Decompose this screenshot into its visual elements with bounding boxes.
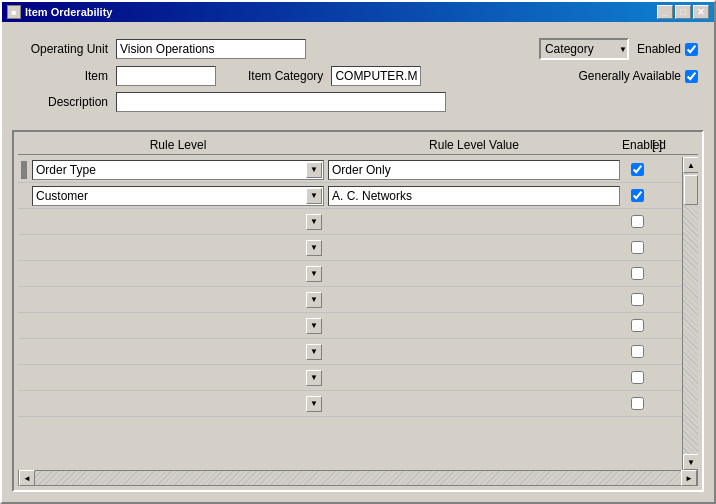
row-value-wrapper-5: [326, 263, 622, 285]
rule-value-header: Rule Level Value: [326, 138, 622, 152]
scroll-down-button[interactable]: ▼: [683, 454, 698, 470]
row-level-dropdown-btn-5[interactable]: ▼: [306, 266, 322, 282]
horizontal-scrollbar: ◄ ►: [18, 470, 698, 486]
table-row: ▼: [18, 287, 682, 313]
row-level-dropdown-btn-1[interactable]: ▼: [306, 162, 322, 178]
row-value-wrapper-9: [326, 367, 622, 389]
row-level-dropdown-btn-2[interactable]: ▼: [306, 188, 322, 204]
description-input[interactable]: [116, 92, 446, 112]
row-value-input-4[interactable]: [328, 238, 620, 258]
row-level-wrapper-8: ▼: [30, 341, 326, 363]
scroll-left-button[interactable]: ◄: [19, 470, 35, 486]
blank-col-header: [ ]: [652, 138, 682, 152]
row-level-wrapper-1: ▼: [30, 159, 326, 181]
item-input[interactable]: [116, 66, 216, 86]
row-level-input-7[interactable]: [32, 316, 324, 336]
generally-available-checkbox[interactable]: [685, 70, 698, 83]
row-level-dropdown-btn-8[interactable]: ▼: [306, 344, 322, 360]
form-row-2: Item Item Category Generally Available: [18, 66, 698, 86]
generally-available-group: Generally Available: [578, 69, 698, 83]
table-row: ▼: [18, 183, 682, 209]
table-row: ▼: [18, 157, 682, 183]
row-enabled-checkbox-6[interactable]: [631, 293, 644, 306]
row-indicator-4: [18, 235, 30, 260]
maximize-button[interactable]: □: [675, 5, 691, 19]
operating-unit-input[interactable]: [116, 39, 306, 59]
table-row: ▼: [18, 235, 682, 261]
row-level-dropdown-btn-10[interactable]: ▼: [306, 396, 322, 412]
scroll-right-button[interactable]: ►: [681, 470, 697, 486]
scroll-thumb[interactable]: [684, 175, 698, 205]
row-level-input-10[interactable]: [32, 394, 324, 414]
row-enabled-checkbox-9[interactable]: [631, 371, 644, 384]
row-enabled-col-2: [622, 189, 652, 202]
row-value-input-7[interactable]: [328, 316, 620, 336]
row-enabled-col-7: [622, 319, 652, 332]
row-level-wrapper-6: ▼: [30, 289, 326, 311]
row-level-wrapper-4: ▼: [30, 237, 326, 259]
table-row-area: ▼ ▼: [18, 157, 698, 470]
row-enabled-col-9: [622, 371, 652, 384]
row-level-input-8[interactable]: [32, 342, 324, 362]
row-value-input-2[interactable]: [328, 186, 620, 206]
table-row: ▼: [18, 339, 682, 365]
row-level-wrapper-10: ▼: [30, 393, 326, 415]
row-enabled-checkbox-10[interactable]: [631, 397, 644, 410]
form-row-3: Description: [18, 92, 698, 112]
scroll-up-button[interactable]: ▲: [683, 157, 698, 173]
row-level-dropdown-btn-6[interactable]: ▼: [306, 292, 322, 308]
table-section: Rule Level Rule Level Value Enabled [ ]: [12, 130, 704, 492]
row-indicator-9: [18, 365, 30, 390]
row-enabled-checkbox-3[interactable]: [631, 215, 644, 228]
row-value-wrapper-3: [326, 211, 622, 233]
row-value-input-5[interactable]: [328, 264, 620, 284]
row-level-input-6[interactable]: [32, 290, 324, 310]
row-level-input-5[interactable]: [32, 264, 324, 284]
row-value-input-1[interactable]: [328, 160, 620, 180]
row-enabled-col-4: [622, 241, 652, 254]
row-enabled-checkbox-7[interactable]: [631, 319, 644, 332]
row-level-wrapper-7: ▼: [30, 315, 326, 337]
row-enabled-col-1: [622, 163, 652, 176]
enabled-col-header: Enabled: [622, 138, 652, 152]
description-label: Description: [18, 95, 108, 109]
row-value-input-3[interactable]: [328, 212, 620, 232]
row-enabled-checkbox-5[interactable]: [631, 267, 644, 280]
table-row: ▼: [18, 209, 682, 235]
row-value-input-9[interactable]: [328, 368, 620, 388]
row-level-dropdown-btn-9[interactable]: ▼: [306, 370, 322, 386]
row-indicator-1: [18, 157, 30, 182]
row-enabled-checkbox-1[interactable]: [631, 163, 644, 176]
row-enabled-col-5: [622, 267, 652, 280]
row-level-input-4[interactable]: [32, 238, 324, 258]
row-level-input-9[interactable]: [32, 368, 324, 388]
table-row: ▼: [18, 313, 682, 339]
row-value-input-10[interactable]: [328, 394, 620, 414]
row-value-input-8[interactable]: [328, 342, 620, 362]
row-level-dropdown-btn-4[interactable]: ▼: [306, 240, 322, 256]
minimize-button[interactable]: _: [657, 5, 673, 19]
window-title: Item Orderability: [25, 6, 112, 18]
row-enabled-checkbox-2[interactable]: [631, 189, 644, 202]
content-area: Operating Unit Category ▼ Enabled Item: [2, 22, 714, 502]
row-value-wrapper-2: [326, 185, 622, 207]
enabled-group: Enabled: [637, 42, 698, 56]
enabled-checkbox[interactable]: [685, 43, 698, 56]
item-category-input[interactable]: [331, 66, 421, 86]
row-enabled-checkbox-8[interactable]: [631, 345, 644, 358]
window-icon: ■: [7, 5, 21, 19]
close-button[interactable]: ✕: [693, 5, 709, 19]
title-bar: ■ Item Orderability _ □ ✕: [2, 2, 714, 22]
row-indicator-bar-1: [21, 161, 27, 179]
category-select[interactable]: Category: [539, 38, 629, 60]
row-level-input-2[interactable]: [32, 186, 324, 206]
row-indicator-2: [18, 183, 30, 208]
row-enabled-checkbox-4[interactable]: [631, 241, 644, 254]
row-indicator-6: [18, 287, 30, 312]
row-level-dropdown-btn-3[interactable]: ▼: [306, 214, 322, 230]
row-level-dropdown-btn-7[interactable]: ▼: [306, 318, 322, 334]
row-value-input-6[interactable]: [328, 290, 620, 310]
row-level-input-3[interactable]: [32, 212, 324, 232]
enabled-label: Enabled: [637, 42, 681, 56]
row-level-input-1[interactable]: [32, 160, 324, 180]
